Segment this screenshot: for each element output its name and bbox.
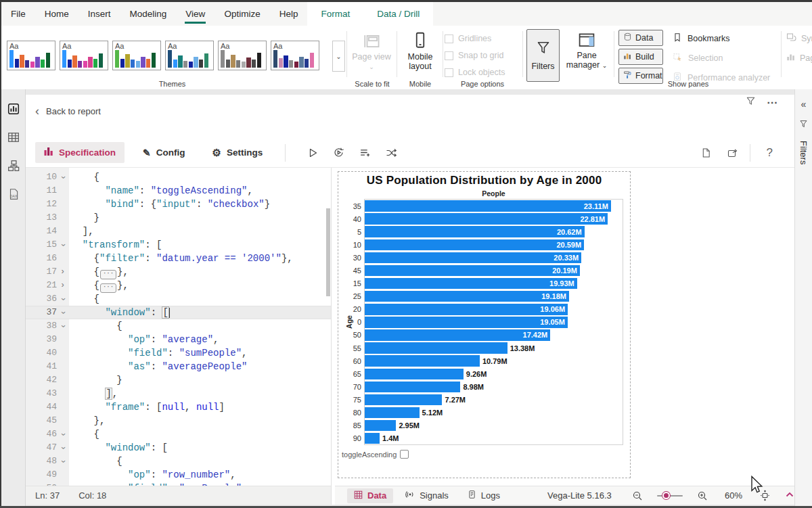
toggle-ascending-checkbox[interactable]: [400, 450, 409, 459]
editor-scrollbar[interactable]: [326, 208, 330, 296]
new-spec-icon[interactable]: [700, 147, 712, 158]
code-line-10[interactable]: 10› {: [26, 170, 331, 184]
fold-marker[interactable]: ›: [57, 306, 68, 319]
code-line-39[interactable]: 39 "op": "average",: [26, 333, 331, 346]
help-button[interactable]: ?: [767, 146, 773, 160]
tab-settings[interactable]: ⚙Settings: [204, 142, 272, 164]
code-line-47[interactable]: 47› "window": [: [26, 441, 331, 455]
tab-config[interactable]: ✎Config: [134, 143, 194, 163]
overflow-item-pag[interactable]: Pag: [786, 52, 812, 64]
code-line-37[interactable]: 37› "window": [: [26, 306, 331, 319]
fold-marker[interactable]: ›: [57, 428, 68, 441]
debug-tab-data[interactable]: Data: [347, 488, 393, 503]
menu-tab-insert[interactable]: Insert: [78, 2, 120, 26]
menu-tab-optimize[interactable]: Optimize: [215, 2, 269, 26]
checkbox-gridlines[interactable]: Gridlines: [445, 34, 505, 43]
code-line-38[interactable]: 38› {: [26, 319, 331, 333]
bar[interactable]: [365, 433, 380, 444]
bar[interactable]: 20.62M: [365, 226, 585, 237]
code-line-14[interactable]: 14 ],: [26, 225, 331, 238]
bar[interactable]: [365, 394, 442, 406]
code-line-17[interactable]: 17› {···},: [26, 265, 331, 279]
code-line-41[interactable]: 41 "as": "averagePeople": [26, 360, 331, 373]
code-line-44[interactable]: 44 "frame": [null, null]: [26, 400, 331, 414]
checkbox-snap-to-grid[interactable]: Snap to grid: [445, 51, 505, 60]
tab-specification[interactable]: Specification: [35, 142, 125, 163]
code-line-13[interactable]: 13 }: [26, 211, 331, 225]
bar[interactable]: [365, 407, 420, 419]
bar[interactable]: 19.05M: [365, 317, 568, 328]
bar[interactable]: 23.11M: [365, 200, 611, 212]
theme-thumbnail-1[interactable]: Aa: [7, 41, 55, 70]
fold-marker[interactable]: ›: [57, 441, 68, 455]
code-line-21[interactable]: 21› {···},: [26, 279, 331, 292]
sidebar-item-table-view[interactable]: [3, 126, 24, 149]
fold-marker[interactable]: ›: [57, 170, 68, 184]
bar[interactable]: 20.19M: [365, 265, 580, 277]
fold-marker[interactable]: ›: [57, 319, 68, 333]
debug-tab-signals[interactable]: Signals: [399, 488, 455, 503]
expand-pane-icon[interactable]: «: [801, 99, 807, 110]
visual-filter-icon[interactable]: [746, 96, 756, 109]
pane-manager-button[interactable]: Pane manager ⌄: [564, 32, 609, 70]
bar[interactable]: [365, 355, 480, 367]
toggle-ascending-control[interactable]: toggleAscending: [342, 450, 409, 459]
code-line-43[interactable]: 43 ],: [26, 387, 331, 400]
code-line-42[interactable]: 42 }: [26, 373, 331, 387]
code-line-16[interactable]: 16 {"filter": "datum.year == '2000'"},: [26, 252, 331, 265]
code-line-11[interactable]: 11 "name": "toggleAscending",: [26, 184, 331, 198]
collapsed-region-box[interactable]: ···: [100, 270, 116, 279]
overflow-item-syn[interactable]: Syn: [786, 32, 812, 44]
more-options-icon[interactable]: ⋯: [767, 96, 778, 109]
spec-editor[interactable]: 10› {11 "name": "toggleAscending",12 "bi…: [26, 168, 332, 505]
menu-tab-format[interactable]: Format: [307, 2, 363, 26]
code-line-48[interactable]: 48› {: [26, 455, 331, 468]
bar[interactable]: 17.42M: [365, 329, 550, 341]
export-share-icon[interactable]: [727, 147, 738, 158]
back-to-report[interactable]: ‹ Back to report: [35, 106, 101, 116]
theme-thumbnail-5[interactable]: Aa: [218, 41, 267, 70]
fold-marker[interactable]: ›: [57, 265, 68, 279]
menu-tab-home[interactable]: Home: [35, 2, 78, 26]
fold-marker[interactable]: ›: [57, 238, 68, 252]
menu-tab-modeling[interactable]: Modeling: [120, 2, 177, 26]
apply-run-button[interactable]: [307, 147, 318, 158]
menu-tab-view[interactable]: View: [176, 2, 215, 26]
bar[interactable]: 19.06M: [365, 304, 568, 315]
collapse-debug-pane-icon[interactable]: [785, 490, 794, 501]
theme-thumbnail-2[interactable]: Aa: [60, 41, 108, 70]
pane-button-build[interactable]: Build: [618, 49, 663, 65]
bar[interactable]: 19.18M: [365, 291, 569, 302]
theme-thumbnail-3[interactable]: Aa: [112, 41, 161, 70]
bar[interactable]: [365, 369, 464, 380]
pane-toggle-bookmarks[interactable]: Bookmarks: [673, 32, 770, 45]
filters-pane-toggle-button[interactable]: Filters: [526, 29, 560, 82]
menu-tab-file[interactable]: File: [1, 2, 35, 26]
bar[interactable]: [365, 382, 460, 393]
bar[interactable]: 19.93M: [365, 278, 577, 290]
menu-tab-data-drill[interactable]: Data / Drill: [363, 2, 433, 26]
code-line-36[interactable]: 36› {: [26, 292, 331, 306]
bar[interactable]: 22.81M: [365, 213, 608, 225]
bar[interactable]: [365, 420, 396, 432]
theme-gallery-expand-button[interactable]: ⌄: [332, 41, 345, 72]
fold-marker[interactable]: ›: [57, 292, 68, 306]
code-line-40[interactable]: 40 "field": "sumPeople",: [26, 346, 331, 360]
generate-template-shuffle-button[interactable]: [386, 147, 397, 158]
theme-thumbnail-4[interactable]: Aa: [165, 41, 214, 70]
zoom-in-icon[interactable]: [697, 490, 708, 501]
sidebar-item-dax-query-view[interactable]: DAX: [3, 183, 24, 206]
debug-tab-logs[interactable]: Logs: [461, 488, 507, 503]
zoom-slider[interactable]: [657, 495, 683, 497]
sidebar-item-model-view[interactable]: [3, 154, 24, 177]
page-view-button[interactable]: Page view ⌄: [349, 32, 394, 71]
collapsed-region-box[interactable]: ···: [100, 283, 116, 293]
code-line-12[interactable]: 12 "bind": {"input": "checkbox"}: [26, 198, 331, 211]
code-line-49[interactable]: 49 "op": "row_number",: [26, 468, 331, 482]
code-line-15[interactable]: 15› "transform": [: [26, 238, 331, 252]
bar[interactable]: 20.33M: [365, 252, 581, 264]
sidebar-item-report-view[interactable]: [3, 97, 24, 120]
code-line-46[interactable]: 46› {: [26, 428, 331, 441]
menu-tab-help[interactable]: Help: [270, 2, 308, 26]
bar[interactable]: 20.59M: [365, 239, 584, 251]
